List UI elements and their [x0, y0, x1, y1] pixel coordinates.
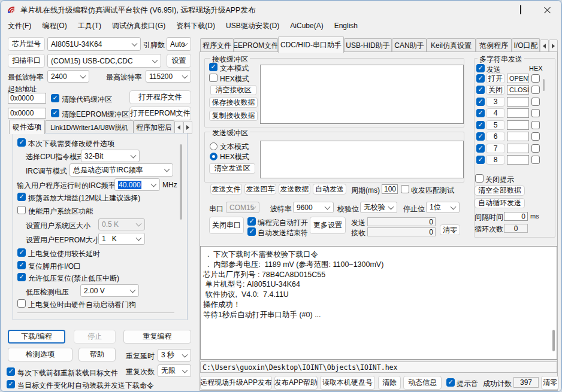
- target-file-path-field[interactable]: C:\Users\guoxin\Desktop\IOINT\Objects\IO…: [200, 361, 557, 373]
- receive-text-mode-label[interactable]: 文本模式: [220, 63, 249, 74]
- console-scrollbar[interactable]: [552, 330, 555, 351]
- multisend-all-checkbox[interactable]: [476, 64, 485, 72]
- multisend-row-hex-checkbox[interactable]: [531, 109, 540, 117]
- tab-cdc-hid-serial[interactable]: CDC/HID-串口助手: [278, 37, 344, 53]
- lvr-checkbox[interactable]: [17, 273, 26, 281]
- auto-loop-send-button[interactable]: 自动循环发送: [475, 198, 525, 208]
- send-hex-mode-radio[interactable]: [210, 153, 217, 160]
- send-data-button[interactable]: 发送数据: [279, 184, 310, 195]
- multisend-row-checkbox[interactable]: [476, 109, 485, 117]
- interval-input[interactable]: 0: [504, 212, 528, 221]
- serial-clear-counts-button[interactable]: 清零: [440, 224, 460, 235]
- match-test-label[interactable]: 收发匹配测试: [411, 186, 454, 196]
- help-button[interactable]: 帮助: [78, 348, 116, 361]
- auto-load-label[interactable]: 当目标文件变化时自动装载并发送下载命令: [17, 381, 154, 391]
- repeat-count-select[interactable]: 无限: [158, 364, 191, 377]
- watchdog-label[interactable]: 上电复位时由硬件自动启动看门狗: [28, 300, 136, 310]
- send-file-button[interactable]: 发送文件: [210, 184, 242, 195]
- tab-can[interactable]: CAN助手: [392, 38, 427, 53]
- multisend-row-input[interactable]: [507, 120, 529, 130]
- beep-label[interactable]: 提示音: [457, 379, 478, 389]
- auto-end-label[interactable]: 自动发送结束符: [258, 228, 308, 238]
- port-select[interactable]: (COM15) USB-CDC,CDC: [47, 54, 161, 68]
- multisend-row-checkbox[interactable]: [476, 144, 485, 153]
- receive-textarea[interactable]: [260, 65, 464, 124]
- dynamic-info-button[interactable]: 动态信息: [403, 376, 442, 390]
- read-disk-id-button[interactable]: 读取本机硬盘号: [320, 376, 375, 390]
- multisend-row-input[interactable]: [507, 132, 529, 141]
- chip-model-button[interactable]: 芯片型号: [8, 37, 45, 51]
- serial-parity-select[interactable]: 无校验: [360, 202, 397, 213]
- code-address-input[interactable]: 0x0000: [8, 93, 46, 104]
- cpu-mode-select[interactable]: 32-Bit: [81, 150, 140, 162]
- download-button[interactable]: 下载/编程: [8, 330, 65, 344]
- close-prompt-checkbox[interactable]: [475, 174, 484, 183]
- console-output[interactable]: . 下次下载时不需要校验下载口令 . 内部参考电压: 1189 mV (参考范围…: [200, 246, 557, 360]
- min-baud-select[interactable]: 2400: [47, 70, 89, 83]
- open-eeprom-button[interactable]: 打开EEPROM文件: [129, 107, 191, 120]
- send-textarea[interactable]: [260, 141, 464, 178]
- menu-debug-interface[interactable]: 调试仿真接口(G): [111, 19, 167, 33]
- period-input[interactable]: 100: [382, 184, 398, 194]
- multisend-row-checkbox[interactable]: [476, 98, 485, 106]
- max-baud-select[interactable]: 115200: [146, 70, 191, 83]
- send-text-mode-radio[interactable]: [210, 142, 217, 150]
- reload-each-checkbox[interactable]: [7, 367, 15, 376]
- tab-scroll-left-button[interactable]: [174, 121, 183, 134]
- multisend-row-checkbox[interactable]: [476, 156, 485, 164]
- stop-button[interactable]: 停止: [74, 330, 116, 344]
- multisend-row-button[interactable]: 6: [486, 132, 505, 141]
- multisend-row-hex-checkbox[interactable]: [531, 121, 540, 129]
- clear-code-label[interactable]: 清除代码缓冲区: [62, 95, 112, 105]
- multisend-row-hex-checkbox[interactable]: [531, 156, 540, 164]
- bottom-clear-button[interactable]: 清除: [378, 376, 401, 390]
- close-prompt-label[interactable]: 关闭提示: [485, 175, 514, 185]
- watchdog-checkbox[interactable]: [17, 299, 26, 308]
- clear-eeprom-label[interactable]: 清除EEPROM缓冲区: [62, 110, 129, 120]
- copy-receive-button[interactable]: 复制接收数据: [209, 111, 258, 121]
- publish-app-help-button[interactable]: 发布APP帮助: [274, 376, 318, 390]
- lvr-label[interactable]: 允许低压复位(禁止低压中断): [28, 274, 119, 284]
- tab-scroll-right-button[interactable]: [183, 121, 192, 134]
- multisend-row-hex-checkbox[interactable]: [531, 98, 540, 106]
- multisend-row-input[interactable]: [507, 144, 529, 153]
- multisend-row-button[interactable]: 3: [486, 97, 505, 107]
- receive-hex-mode-checkbox[interactable]: [209, 74, 217, 82]
- long-delay-label[interactable]: 上电复位使用较长延时: [28, 249, 100, 259]
- multisend-row-checkbox[interactable]: [476, 121, 485, 129]
- more-settings-button[interactable]: 更多设置: [310, 217, 346, 234]
- send-hex-mode-label[interactable]: HEX模式: [220, 152, 249, 162]
- receive-hex-mode-label[interactable]: HEX模式: [220, 74, 249, 84]
- match-test-checkbox[interactable]: [401, 185, 409, 193]
- reprogram-button[interactable]: 重复编程: [123, 330, 191, 344]
- clear-all-data-button[interactable]: 清空全部数据: [475, 186, 525, 196]
- multisend-row-button[interactable]: 关闭: [486, 85, 505, 95]
- save-receive-button[interactable]: 保存接收数据: [209, 98, 258, 108]
- multisend-row-input[interactable]: CLOSE\r: [507, 85, 529, 95]
- multisend-row-checkbox[interactable]: [476, 74, 485, 83]
- multisend-row-button[interactable]: 5: [486, 120, 505, 130]
- tab-keil-sim[interactable]: Keil仿真设置: [427, 38, 476, 53]
- multisend-row-button[interactable]: 8: [486, 155, 505, 165]
- serial-baud-select[interactable]: 9600: [293, 202, 334, 213]
- multisend-row-button[interactable]: 4: [486, 108, 505, 118]
- reset-io-checkbox[interactable]: [17, 261, 26, 269]
- menu-program[interactable]: 编程(O): [41, 19, 68, 33]
- maximize-button[interactable]: [507, 1, 534, 19]
- modify-options-checkbox[interactable]: [17, 138, 26, 147]
- tab-usb-hid[interactable]: USB-HID助手: [344, 38, 392, 53]
- auto-load-checkbox[interactable]: [7, 380, 15, 388]
- multisend-row-checkbox[interactable]: [476, 86, 485, 94]
- multisend-row-input[interactable]: [507, 97, 529, 107]
- remote-upgrade-publish-button[interactable]: 远程现场升级APP发布: [200, 376, 272, 390]
- menu-english[interactable]: English: [333, 20, 359, 32]
- receive-text-mode-checkbox[interactable]: [209, 63, 217, 71]
- multisend-row-input[interactable]: [507, 108, 529, 118]
- reset-io-label[interactable]: 复位脚用作I/O口: [28, 262, 81, 272]
- modify-options-label[interactable]: 本次下载需要修改硬件选项: [28, 139, 114, 149]
- user-system-label[interactable]: 使能用户系统区功能: [28, 206, 93, 217]
- repeat-delay-select[interactable]: 3 秒: [158, 349, 191, 361]
- hardware-options-scrollbar[interactable]: [180, 144, 182, 220]
- user-system-checkbox[interactable]: [17, 206, 26, 214]
- scan-port-button[interactable]: 扫描串口: [8, 54, 45, 68]
